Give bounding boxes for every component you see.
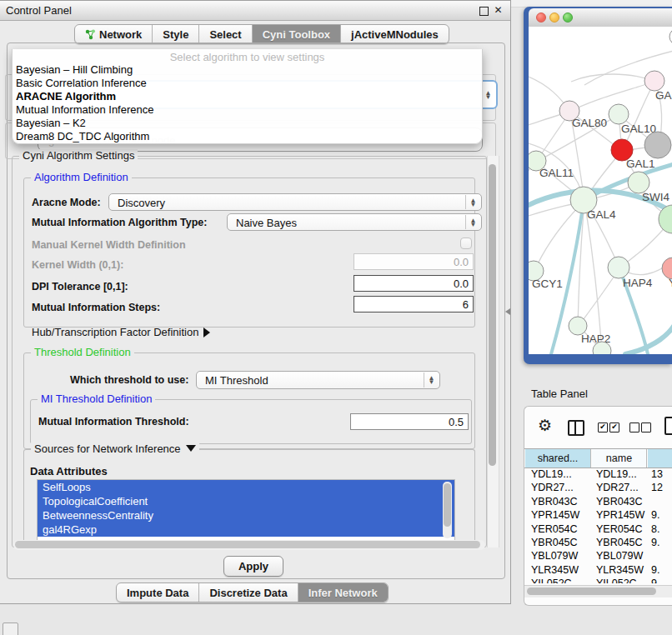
table-cell: YDL19... bbox=[596, 468, 637, 481]
tab-label: Infer Network bbox=[308, 587, 378, 599]
table-row[interactable]: YDR27...YDR27...12 bbox=[524, 481, 672, 494]
algorithm-dropdown-list: Select algorithm to view settingsBayesia… bbox=[12, 49, 483, 144]
attribute-item[interactable]: gal4RGexp bbox=[38, 522, 454, 537]
mi-steps-field[interactable]: 6 bbox=[354, 296, 474, 312]
attribute-item[interactable]: BetweennessCentrality bbox=[38, 508, 454, 522]
mi-steps-label: Mutual Information Steps: bbox=[32, 302, 160, 313]
table-row[interactable]: YBL079WYBL079W bbox=[524, 549, 672, 562]
dropdown-item[interactable]: Bayesian – K2 bbox=[13, 117, 482, 130]
minimized-panel-button[interactable] bbox=[3, 622, 18, 635]
table-body[interactable]: YDL19...YDL19...13YDR27...YDR27...12YBR0… bbox=[524, 468, 672, 583]
node-label: GAL bbox=[655, 89, 672, 102]
control-panel-tabs: NetworkStyleSelectCyni ToolboxjActiveMNo… bbox=[74, 24, 449, 44]
document-icon[interactable] bbox=[664, 417, 672, 435]
check-all-icon[interactable]: ✔✔ bbox=[598, 422, 619, 432]
data-attributes-list[interactable]: SelfLoopsTopologicalCoefficientBetweenne… bbox=[37, 479, 455, 541]
table-cell: YIL052C bbox=[531, 577, 572, 583]
dropdown-item[interactable]: Mutual Information Inference bbox=[13, 103, 482, 117]
tab-cyni-toolbox[interactable]: Cyni Toolbox bbox=[253, 25, 341, 43]
tab-select[interactable]: Select bbox=[199, 25, 252, 43]
aracne-mode-combobox[interactable]: Discovery ▲▼ bbox=[108, 193, 482, 211]
kernel-width-field[interactable]: 0.0 bbox=[354, 253, 474, 270]
float-window-icon[interactable] bbox=[479, 7, 489, 16]
mi-algorithm-type-value: Naive Bayes bbox=[236, 216, 297, 228]
table-row[interactable]: YDL19...YDL19...13 bbox=[524, 468, 672, 481]
table-cell: YBL079W bbox=[596, 549, 643, 562]
algorithm-definition-title: Algorithm Definition bbox=[31, 171, 132, 183]
expand-right-icon bbox=[203, 328, 210, 338]
apply-button[interactable]: Apply bbox=[223, 556, 283, 577]
node-label: SWI4 bbox=[642, 191, 669, 203]
tab-discretize-data[interactable]: Discretize Data bbox=[199, 583, 298, 602]
table-cell: YER054C bbox=[596, 522, 643, 536]
settings-vertical-scrollbar[interactable] bbox=[487, 156, 499, 548]
which-threshold-combobox[interactable]: MI Threshold ▲▼ bbox=[196, 371, 440, 389]
tab-label: jActiveMNodules bbox=[351, 28, 439, 41]
table-cell: 13 bbox=[651, 468, 663, 481]
attribute-item[interactable]: SelfLoops bbox=[38, 480, 454, 494]
sources-title: Sources for Network Inference bbox=[34, 442, 181, 455]
settings-horizontal-scrollbar[interactable] bbox=[13, 540, 485, 550]
tab-label: Impute Data bbox=[127, 587, 188, 599]
spinner-arrows-icon[interactable]: ▲▼ bbox=[465, 215, 480, 229]
network-node-hap4[interactable] bbox=[608, 257, 629, 278]
column-header[interactable] bbox=[648, 449, 672, 468]
table-row[interactable]: YER054CYER054C8. bbox=[524, 522, 672, 536]
threshold-definition-title: Threshold Definition bbox=[31, 346, 134, 358]
splitter-collapse-icon[interactable] bbox=[505, 308, 510, 315]
manual-kernel-width-checkbox[interactable] bbox=[460, 238, 472, 249]
node-label: Y bbox=[669, 277, 672, 289]
cyni-algorithm-settings-title: Cyni Algorithm Settings bbox=[19, 149, 138, 162]
network-node[interactable] bbox=[659, 205, 672, 233]
tab-jactivemnodules[interactable]: jActiveMNodules bbox=[341, 25, 449, 43]
table-row[interactable]: YBR045CYBR045C9. bbox=[524, 536, 672, 549]
control-panel-window: Control Panel ✕ NetworkStyleSelectCyni T… bbox=[0, 0, 511, 604]
network-canvas[interactable]: GALGAL80GAL10GAL1SWI4GAL11GAL4GCY1HAP4YH… bbox=[529, 27, 672, 354]
mi-threshold-field[interactable]: 0.5 bbox=[350, 413, 469, 430]
close-traffic-light-icon[interactable] bbox=[536, 12, 546, 22]
dropdown-item[interactable]: Basic Correlation Inference bbox=[13, 77, 482, 90]
network-node-gal[interactable] bbox=[644, 71, 664, 91]
tab-network[interactable]: Network bbox=[75, 25, 153, 43]
table-row[interactable]: YBR043CYBR043C bbox=[524, 495, 672, 508]
attribute-item[interactable]: TopologicalCoefficient bbox=[38, 494, 454, 508]
zoom-traffic-light-icon[interactable] bbox=[563, 12, 573, 22]
mi-algorithm-type-combobox[interactable]: Naive Bayes ▲▼ bbox=[227, 213, 482, 231]
table-cell: 12 bbox=[651, 481, 663, 494]
minimize-traffic-light-icon[interactable] bbox=[549, 12, 559, 22]
aracne-mode-label: Aracne Mode: bbox=[32, 197, 101, 208]
hub-definition-toggle[interactable]: Hub/Transcription Factor Definition bbox=[32, 326, 210, 338]
split-columns-icon[interactable] bbox=[568, 420, 584, 436]
network-node[interactable] bbox=[644, 132, 671, 158]
column-header[interactable]: shared... bbox=[525, 449, 591, 468]
tab-impute-data[interactable]: Impute Data bbox=[117, 583, 199, 602]
dropdown-item[interactable]: Bayesian – Hill Climbing bbox=[13, 63, 482, 77]
sources-toggle[interactable]: Sources for Network Inference bbox=[31, 442, 199, 455]
tab-infer-network[interactable]: Infer Network bbox=[298, 583, 388, 602]
dpi-tolerance-field[interactable]: 0.0 bbox=[354, 275, 474, 292]
table-row[interactable]: YPR145WYPR145W9. bbox=[524, 508, 672, 522]
network-node-gal10[interactable] bbox=[609, 104, 629, 124]
manual-kernel-width-label: Manual Kernel Width Definition bbox=[32, 239, 186, 251]
table-horizontal-scrollbar[interactable] bbox=[524, 585, 672, 598]
network-view-window[interactable]: GALGAL80GAL10GAL1SWI4GAL11GAL4GCY1HAP4YH… bbox=[524, 7, 672, 364]
spinner-arrows-icon[interactable]: ▲▼ bbox=[465, 195, 480, 209]
tab-style[interactable]: Style bbox=[153, 25, 199, 43]
table-cell: YLR345W bbox=[596, 563, 644, 577]
uncheck-all-icon[interactable] bbox=[629, 422, 651, 432]
table-cell: 8. bbox=[651, 522, 659, 536]
network-window-titlebar[interactable] bbox=[529, 8, 672, 28]
table-cell: YBR043C bbox=[531, 495, 578, 508]
node-label: GAL80 bbox=[572, 117, 607, 129]
table-cell: YLR345W bbox=[531, 563, 579, 577]
table-row[interactable]: YLR345WYLR345W9. bbox=[524, 563, 672, 577]
gear-icon[interactable]: ⚙ bbox=[538, 416, 552, 435]
hub-definition-label: Hub/Transcription Factor Definition bbox=[32, 326, 198, 338]
dropdown-item[interactable]: Dream8 DC_TDC Algorithm bbox=[13, 130, 482, 143]
attributes-scrollbar[interactable] bbox=[443, 482, 452, 538]
column-header[interactable]: name bbox=[592, 449, 647, 468]
spinner-arrows-icon[interactable]: ▲▼ bbox=[424, 372, 439, 388]
table-row[interactable]: YIL052CYIL052C9. bbox=[524, 577, 672, 583]
dropdown-item[interactable]: ARACNE Algorithm bbox=[13, 90, 482, 103]
close-icon[interactable]: ✕ bbox=[493, 5, 504, 16]
